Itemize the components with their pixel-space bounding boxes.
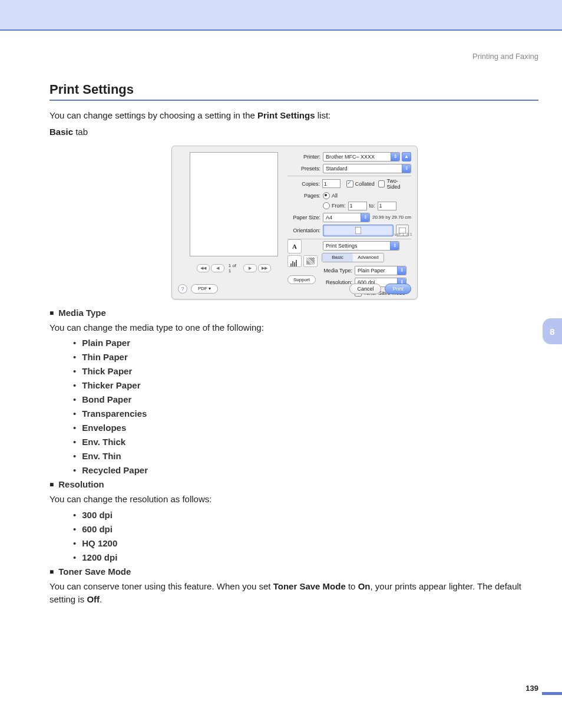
preview-nav: ◀◀ ◀ 1 of 1 ▶ ▶▶: [196, 264, 272, 272]
support-button[interactable]: Support: [287, 275, 316, 284]
header-band: [0, 0, 562, 31]
papersize-value: A4: [326, 215, 332, 220]
media-type-value: Plain Paper: [358, 268, 385, 274]
toner-text-1: You can conserve toner using this featur…: [49, 581, 273, 591]
list-item: Env. Thick: [73, 437, 538, 447]
intro-pre: You can change settings by choosing a se…: [49, 110, 257, 120]
papersize-label: Paper Size:: [287, 215, 320, 220]
pages-from-label: From:: [332, 203, 346, 209]
toner-text-3: to: [346, 581, 358, 591]
media-type-list: Plain PaperThin PaperThick PaperThicker …: [73, 338, 538, 475]
list-item: Transparencies: [73, 409, 538, 419]
dropdown-arrows-icon: ⇕: [391, 153, 399, 161]
presets-value: Standard: [326, 166, 348, 172]
dropdown-arrows-icon: ⇕: [361, 213, 369, 222]
orientation-label: Orientation:: [287, 228, 320, 233]
tab-basic[interactable]: Basic: [322, 253, 353, 262]
papersize-select[interactable]: A4⇕: [323, 213, 370, 222]
breadcrumb: Printing and Faxing: [472, 52, 538, 61]
cancel-button[interactable]: Cancel: [349, 284, 381, 294]
dropdown-arrows-icon: ⇕: [390, 242, 399, 250]
print-button[interactable]: Print: [385, 284, 411, 294]
list-item: Thicker Paper: [73, 380, 538, 390]
resolution-desc: You can change the resolution as follows…: [49, 493, 538, 506]
two-sided-label: Two-Sided: [386, 178, 411, 190]
list-item: HQ 1200: [73, 538, 538, 548]
nav-last-button[interactable]: ▶▶: [258, 264, 271, 272]
two-sided-checkbox[interactable]: [378, 180, 385, 187]
pages-range-radio[interactable]: [323, 202, 330, 209]
toner-text-4: On: [358, 581, 371, 591]
list-item: 600 dpi: [73, 524, 538, 534]
nav-next-button[interactable]: ▶: [243, 264, 256, 272]
chapter-tab: 8: [543, 318, 562, 344]
list-item: Envelopes: [73, 423, 538, 433]
printer-value: Brother MFC– XXXX: [326, 154, 375, 160]
intro-text: You can change settings by choosing a se…: [49, 109, 538, 122]
pages-label: Pages:: [287, 193, 320, 199]
pdf-menu-button[interactable]: PDF ▾: [191, 284, 218, 294]
pages-all-label: All: [332, 193, 338, 199]
resolution-list: 300 dpi600 dpiHQ 12001200 dpi: [73, 510, 538, 562]
tab-advanced[interactable]: Advanced: [353, 253, 384, 262]
list-item: Recycled Paper: [73, 465, 538, 475]
print-dialog-screenshot: ◀◀ ◀ 1 of 1 ▶ ▶▶ Printer: Brother MFC– X…: [171, 146, 416, 299]
intro-post: list:: [315, 110, 331, 120]
nav-prev-button[interactable]: ◀: [211, 264, 224, 272]
section-rule: [49, 100, 538, 101]
presets-label: Presets:: [287, 166, 320, 172]
version-label: ver.1.3.1: [394, 232, 412, 237]
dropdown-arrows-icon: ⇕: [402, 164, 411, 173]
toner-save-desc: You can conserve toner using this featur…: [49, 580, 538, 606]
presets-select[interactable]: Standard⇕: [323, 164, 411, 173]
pages-from-field[interactable]: 1: [348, 202, 367, 210]
copies-field[interactable]: 1: [322, 179, 340, 188]
media-type-heading: Media Type: [49, 308, 538, 318]
page-preview: [190, 152, 278, 256]
basic-tab-bold: Basic: [49, 127, 73, 137]
pages-all-radio[interactable]: [323, 192, 330, 199]
list-item: Plain Paper: [73, 338, 538, 348]
halftone-icon: [303, 255, 318, 267]
toner-text-6: Off: [87, 594, 100, 604]
layout-preview-icon: A: [287, 239, 302, 253]
toner-save-heading: Toner Save Mode: [49, 566, 538, 577]
copies-label: Copies:: [287, 181, 320, 187]
dropdown-arrows-icon: ⇕: [397, 266, 406, 275]
intro-bold: Print Settings: [257, 110, 315, 120]
help-button[interactable]: ?: [178, 284, 187, 294]
list-item: 300 dpi: [73, 510, 538, 520]
toner-text-7: .: [100, 594, 102, 604]
collated-label: Collated: [355, 181, 375, 187]
panel-select[interactable]: Print Settings⇕: [323, 241, 399, 251]
page-number: 139: [525, 684, 538, 693]
panel-name: Print Settings: [326, 243, 358, 249]
list-item: Env. Thin: [73, 451, 538, 461]
list-item: Thin Paper: [73, 352, 538, 362]
chart-icon: [287, 255, 302, 267]
orientation-portrait-button[interactable]: [323, 225, 394, 236]
basic-tab-label: Basic tab: [49, 126, 538, 139]
media-type-label: Media Type:: [317, 268, 352, 274]
settings-tabs: Basic Advanced: [322, 253, 384, 262]
nav-first-button[interactable]: ◀◀: [197, 264, 210, 272]
list-item: 1200 dpi: [73, 552, 538, 562]
pages-to-label: to:: [369, 203, 375, 209]
page-number-bar: [542, 692, 562, 695]
page-title: Print Settings: [49, 82, 538, 97]
list-item: Thick Paper: [73, 366, 538, 376]
resolution-heading: Resolution: [49, 479, 538, 489]
printer-label: Printer:: [287, 154, 320, 160]
list-item: Bond Paper: [73, 394, 538, 404]
media-type-select[interactable]: Plain Paper⇕: [355, 266, 406, 275]
collated-checkbox[interactable]: [346, 180, 353, 187]
basic-tab-post: tab: [73, 127, 88, 137]
printer-select[interactable]: Brother MFC– XXXX⇕: [323, 152, 400, 162]
papersize-dims: 20.99 by 29.70 cm: [372, 215, 411, 220]
media-type-desc: You can change the media type to one of …: [49, 321, 538, 334]
pages-to-field[interactable]: 1: [378, 202, 396, 210]
printer-info-button[interactable]: ▲: [402, 152, 411, 162]
svg-rect-0: [355, 227, 361, 234]
nav-page-label: 1 of 1: [229, 263, 240, 274]
toner-text-2: Toner Save Mode: [273, 581, 346, 591]
